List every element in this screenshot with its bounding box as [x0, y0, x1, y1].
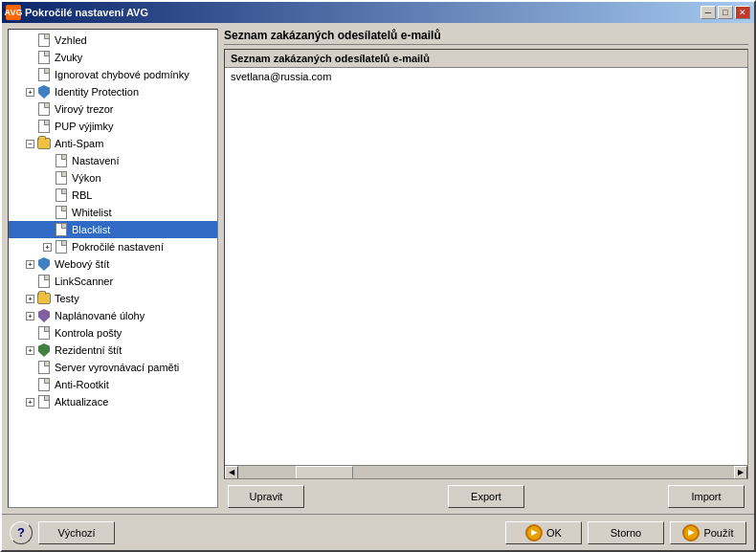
tree-label-antirootkit: Anti-Rootkit	[55, 379, 109, 390]
doc-icon-linkscanner	[36, 274, 52, 289]
list-header: Seznam zakázaných odesílatelů e-mailů	[225, 50, 747, 68]
tree-label-linkscanner: LinkScanner	[55, 276, 113, 287]
tree-label-blacklist: Blacklist	[72, 224, 110, 235]
storno-button[interactable]: Storno	[588, 521, 664, 544]
horizontal-scrollbar[interactable]: ◀ ▶	[225, 465, 747, 478]
ok-label: OK	[546, 527, 562, 539]
tree-item-linkscanner[interactable]: LinkScanner	[9, 273, 217, 290]
scroll-track[interactable]	[238, 466, 734, 479]
help-button[interactable]: ?	[10, 521, 33, 544]
tree-item-nastaveni[interactable]: Nastavení	[9, 152, 217, 169]
doc-icon-antirootkit	[36, 377, 52, 392]
export-button[interactable]: Export	[448, 485, 524, 508]
tree-item-antirootkit[interactable]: Anti-Rootkit	[9, 376, 217, 393]
tree-item-server[interactable]: Server vyrovnávací paměti	[9, 359, 217, 376]
tree-item-identity[interactable]: + Identity Protection	[9, 83, 217, 100]
scroll-left-button[interactable]: ◀	[225, 466, 238, 479]
expand-webovy[interactable]: +	[26, 260, 34, 269]
shield-icon-webovy	[36, 256, 52, 272]
expand-testy[interactable]: +	[26, 295, 34, 303]
tree-label-pup: PUP výjimky	[55, 121, 114, 132]
bottom-right: ▶ OK Storno ▶ Použít	[505, 521, 746, 544]
expand-identity[interactable]: +	[26, 88, 34, 97]
tree-item-pokrocile-nastaveni[interactable]: + Pokročilé nastavení	[9, 238, 217, 255]
doc-icon-ignorovat	[36, 67, 52, 82]
minimize-button[interactable]: ─	[700, 6, 716, 19]
tree-label-antispam: Anti-Spam	[55, 138, 103, 149]
tree-item-pup[interactable]: PUP výjimky	[9, 118, 217, 135]
doc-icon-aktualizace	[36, 394, 52, 409]
tree-label-identity: Identity Protection	[55, 86, 139, 98]
doc-icon-kontrola	[36, 325, 52, 341]
tree-label-zvuky: Zvuky	[55, 52, 82, 63]
tree-item-rbl[interactable]: RBL	[9, 187, 217, 204]
maximize-button[interactable]: □	[718, 6, 733, 19]
list-item[interactable]: svetlana@russia.com	[227, 70, 745, 83]
expand-antispam[interactable]: −	[26, 140, 34, 148]
doc-icon-rbl	[54, 188, 69, 203]
tree-label-vykon: Výkon	[72, 172, 101, 184]
tree-item-whitelist[interactable]: Whitelist	[9, 204, 217, 221]
upravit-button[interactable]: Upravit	[228, 485, 304, 508]
tree-item-naplanovane[interactable]: + Naplánované úlohy	[9, 307, 217, 324]
action-buttons: Upravit Export Import	[224, 485, 748, 508]
import-button[interactable]: Import	[668, 485, 745, 508]
scroll-right-button[interactable]: ▶	[734, 466, 747, 479]
pouzit-button[interactable]: ▶ Použít	[670, 521, 746, 544]
tree-panel[interactable]: Vzhled Zvuky Ignorovat chybové podmínky …	[8, 29, 218, 508]
expand-rezidentni[interactable]: +	[26, 346, 34, 355]
title-bar: AVG Pokročilé nastavení AVG ─ □ ✕	[2, 2, 754, 23]
tree-label-testy: Testy	[55, 293, 79, 304]
expand-aktualizace[interactable]: +	[26, 398, 34, 407]
tree-item-zvuky[interactable]: Zvuky	[9, 49, 217, 66]
doc-icon	[36, 33, 52, 48]
right-panel-main: Seznam zakázaných odesílatelů e-mailů Se…	[224, 29, 748, 479]
close-button[interactable]: ✕	[735, 6, 750, 19]
ok-button[interactable]: ▶ OK	[505, 521, 582, 544]
title-bar-buttons: ─ □ ✕	[700, 6, 750, 19]
section-title: Seznam zakázaných odesílatelů e-mailů	[224, 29, 748, 45]
tree-label-virovy: Virový trezor	[55, 103, 114, 115]
folder-icon-testy	[36, 291, 52, 306]
vychozi-button[interactable]: Výchozí	[38, 521, 115, 544]
tree-label-webovy: Webový štít	[55, 258, 109, 270]
tree-item-vykon[interactable]: Výkon	[9, 169, 217, 187]
expand-naplanovane[interactable]: +	[26, 312, 34, 320]
tree-label-vzhled: Vzhled	[55, 34, 87, 46]
tree-label-whitelist: Whitelist	[72, 207, 112, 218]
tree-item-vzhled[interactable]: Vzhled	[9, 32, 217, 49]
avg-logo-ok: ▶	[525, 524, 543, 541]
tree-item-testy[interactable]: + Testy	[9, 290, 217, 307]
main-window: AVG Pokročilé nastavení AVG ─ □ ✕ Vzhled…	[0, 0, 756, 552]
folder-icon-antispam	[36, 136, 52, 151]
doc-icon-pup	[36, 119, 52, 134]
tree-item-ignorovat[interactable]: Ignorovat chybové podmínky	[9, 66, 217, 83]
bottom-left: ? Výchozí	[10, 521, 500, 544]
tree-item-aktualizace[interactable]: + Aktualizace	[9, 393, 217, 410]
doc-icon-blacklist	[54, 222, 69, 237]
tree-item-blacklist[interactable]: Blacklist	[9, 221, 217, 238]
clock-icon-naplanovane	[36, 308, 52, 323]
window-title: Pokročilé nastavení AVG	[25, 7, 700, 18]
tree-label-rbl: RBL	[72, 189, 92, 201]
tree-item-rezidentni[interactable]: + Rezidentní štít	[9, 342, 217, 359]
doc-icon-server	[36, 360, 52, 375]
doc-icon-nastaveni	[54, 153, 69, 168]
content-area: Vzhled Zvuky Ignorovat chybové podmínky …	[2, 23, 754, 514]
tree-label-rezidentni: Rezidentní štít	[55, 344, 122, 356]
tree-label-pokrocile-nastaveni: Pokročilé nastavení	[72, 241, 164, 253]
tree-label-naplanovane: Naplánované úlohy	[55, 310, 145, 321]
expand-pokrocile[interactable]: +	[43, 243, 52, 252]
tree-item-kontrola[interactable]: Kontrola pošty	[9, 324, 217, 342]
tree-label-kontrola: Kontrola pošty	[55, 327, 122, 339]
tree-item-antispam[interactable]: − Anti-Spam	[9, 135, 217, 152]
list-body[interactable]: svetlana@russia.com	[225, 68, 747, 465]
tree-label-nastaveni: Nastavení	[72, 155, 120, 166]
tree-label-ignorovat: Ignorovat chybové podmínky	[55, 69, 189, 80]
shield-icon-rezidentni	[36, 342, 52, 358]
app-icon: AVG	[6, 5, 21, 20]
scroll-thumb[interactable]	[296, 466, 353, 479]
tree-item-webovy[interactable]: + Webový štít	[9, 255, 217, 273]
doc-icon-whitelist	[54, 205, 69, 220]
tree-item-virovy[interactable]: Virový trezor	[9, 100, 217, 118]
